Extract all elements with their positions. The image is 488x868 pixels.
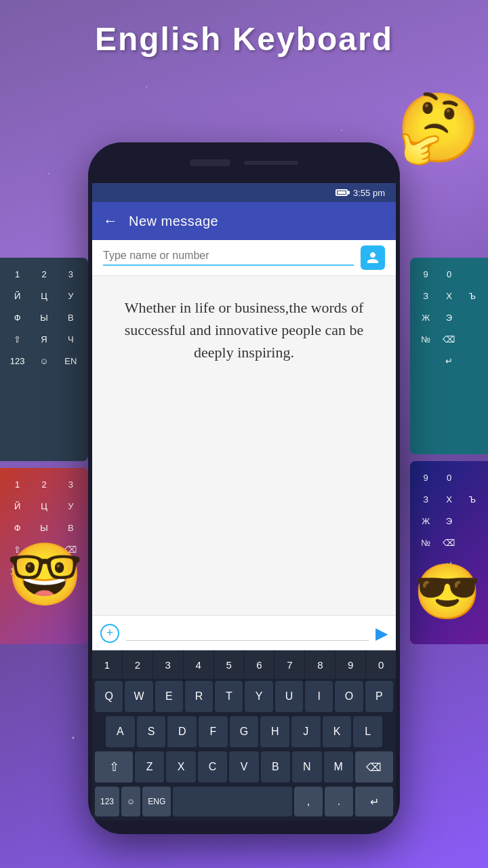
- num-key-8[interactable]: 8: [305, 650, 336, 679]
- lk-key-ya[interactable]: Я: [32, 330, 56, 349]
- lk-key-y[interactable]: Й: [5, 286, 29, 305]
- lkb-key-3[interactable]: 3: [59, 475, 83, 494]
- num-key-9[interactable]: 9: [336, 650, 366, 679]
- period-key[interactable]: .: [325, 787, 353, 816]
- key-q[interactable]: Q: [95, 681, 123, 712]
- message-input[interactable]: [126, 626, 369, 641]
- key-c[interactable]: C: [198, 751, 227, 783]
- lk-lang[interactable]: EN: [59, 351, 83, 370]
- key-h[interactable]: H: [260, 716, 289, 747]
- rk-enter[interactable]: ↵: [439, 351, 459, 370]
- lkb-key-u[interactable]: У: [59, 496, 83, 515]
- rk-key-9[interactable]: 9: [415, 264, 436, 283]
- rk-num[interactable]: №: [415, 330, 436, 349]
- lkb-key-yi[interactable]: Ы: [32, 518, 56, 537]
- key-a[interactable]: A: [106, 716, 135, 747]
- rkb-key-z[interactable]: З: [415, 490, 436, 509]
- key-r[interactable]: R: [185, 681, 213, 712]
- rk-key-0[interactable]: 0: [439, 264, 459, 283]
- lk-key-ch[interactable]: Ч: [59, 330, 83, 349]
- lk-key-v[interactable]: В: [59, 308, 83, 327]
- num-key-1[interactable]: 1: [92, 650, 123, 679]
- lkb-key-y[interactable]: Й: [5, 496, 29, 515]
- back-button[interactable]: ←: [103, 212, 118, 230]
- key-u[interactable]: U: [275, 681, 303, 712]
- rkb-delete[interactable]: ⌫: [439, 533, 459, 552]
- key-i[interactable]: I: [305, 681, 333, 712]
- num-key-6[interactable]: 6: [245, 650, 275, 679]
- rk-key-soft[interactable]: Ъ: [462, 286, 483, 305]
- lkb-key-v[interactable]: В: [59, 518, 83, 537]
- num-key-7[interactable]: 7: [274, 650, 305, 679]
- key-d[interactable]: D: [167, 716, 197, 747]
- rk-key-kh[interactable]: Х: [439, 286, 459, 305]
- rkb-num[interactable]: №: [415, 533, 436, 552]
- rkb-key-e[interactable]: Э: [439, 511, 459, 530]
- send-button[interactable]: ▶: [375, 624, 388, 643]
- key-z[interactable]: Z: [135, 751, 164, 783]
- rkb-key-9[interactable]: 9: [415, 468, 436, 487]
- lk-shift[interactable]: ⇧: [5, 330, 29, 349]
- key-f[interactable]: F: [199, 716, 228, 747]
- rkb-key-0[interactable]: 0: [439, 468, 459, 487]
- key-l[interactable]: L: [353, 716, 382, 747]
- lk-key-yi[interactable]: Ы: [32, 308, 56, 327]
- contact-icon[interactable]: [361, 245, 385, 270]
- num-switch-key[interactable]: 123: [95, 787, 119, 816]
- key-y[interactable]: Y: [245, 681, 272, 712]
- rk-delete[interactable]: ⌫: [439, 330, 459, 349]
- key-o[interactable]: O: [335, 681, 363, 712]
- enter-key[interactable]: ↵: [355, 787, 393, 816]
- key-e[interactable]: E: [155, 681, 183, 712]
- key-w[interactable]: W: [125, 681, 152, 712]
- num-key-0[interactable]: 0: [366, 650, 396, 679]
- key-p[interactable]: P: [365, 681, 393, 712]
- add-attachment-button[interactable]: +: [100, 624, 119, 643]
- rkb-key-kh[interactable]: Х: [439, 490, 459, 509]
- key-n[interactable]: N: [292, 751, 321, 783]
- comma-key[interactable]: ,: [294, 787, 323, 816]
- rkb-key-soft[interactable]: Ъ: [462, 490, 483, 509]
- phone-device: 3:55 pm ← New message Whether in life or…: [88, 142, 400, 834]
- key-v[interactable]: V: [229, 751, 258, 783]
- left-keyboard-top: 1 2 3 Й Ц У Ф Ы В ⇧ Я Ч 123 ☺ EN: [0, 258, 88, 461]
- shift-key[interactable]: ⇧: [95, 751, 133, 783]
- emoji-thinking: 🤔: [396, 88, 481, 168]
- key-k[interactable]: K: [323, 716, 352, 747]
- key-s[interactable]: S: [137, 716, 166, 747]
- num-key-2[interactable]: 2: [123, 650, 153, 679]
- rk-key-e[interactable]: Э: [439, 308, 459, 327]
- to-input[interactable]: [103, 250, 354, 266]
- lkb-key-f[interactable]: Ф: [5, 518, 29, 537]
- rkb-key-zh[interactable]: Ж: [415, 511, 436, 530]
- emoji-key[interactable]: ☺: [121, 787, 140, 816]
- phone-screen: 3:55 pm ← New message Whether in life or…: [92, 183, 396, 821]
- lk-emoji[interactable]: ☺: [32, 351, 56, 370]
- num-key-4[interactable]: 4: [184, 650, 214, 679]
- lk-key-ts[interactable]: Ц: [32, 286, 56, 305]
- spacebar-row: 123 ☺ ENG , . ↵: [92, 785, 396, 821]
- num-key-3[interactable]: 3: [153, 650, 184, 679]
- rk-key-zh[interactable]: Ж: [415, 308, 436, 327]
- rk-key-z[interactable]: З: [415, 286, 436, 305]
- key-m[interactable]: M: [324, 751, 353, 783]
- lkb-key-2[interactable]: 2: [32, 475, 56, 494]
- delete-key[interactable]: ⌫: [355, 751, 393, 783]
- key-t[interactable]: T: [215, 681, 243, 712]
- key-j[interactable]: J: [291, 716, 321, 747]
- key-b[interactable]: B: [261, 751, 290, 783]
- lk-key-f[interactable]: Ф: [5, 308, 29, 327]
- lkb-key-ts[interactable]: Ц: [32, 496, 56, 515]
- lk-key-123[interactable]: 123: [5, 351, 29, 370]
- lk-key-2[interactable]: 2: [32, 264, 56, 283]
- lk-key-1[interactable]: 1: [5, 264, 29, 283]
- space-key[interactable]: [173, 787, 292, 816]
- zxcv-row: ⇧ Z X C V B N M ⌫: [92, 749, 396, 785]
- key-x[interactable]: X: [166, 751, 195, 783]
- lk-key-u[interactable]: У: [59, 286, 83, 305]
- lkb-key-1[interactable]: 1: [5, 475, 29, 494]
- num-key-5[interactable]: 5: [214, 650, 245, 679]
- lk-key-3[interactable]: 3: [59, 264, 83, 283]
- lang-key[interactable]: ENG: [142, 787, 171, 816]
- key-g[interactable]: G: [230, 716, 259, 747]
